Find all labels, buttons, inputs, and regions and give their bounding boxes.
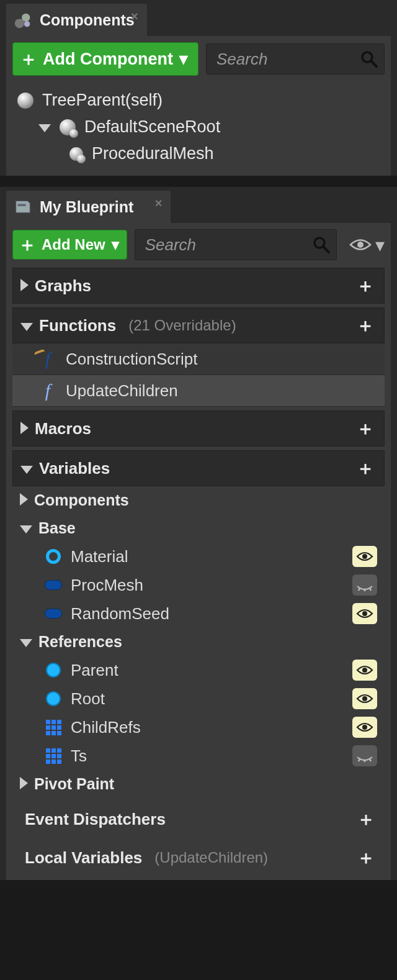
variable-material-label: Material	[71, 547, 128, 566]
variable-type-icon	[45, 605, 62, 622]
variable-root-label: Root	[71, 689, 105, 709]
tree-sceneroot-label: DefaultSceneRoot	[84, 117, 220, 137]
blueprint-search-input[interactable]: Search	[135, 229, 337, 260]
var-group-base[interactable]: Base	[12, 514, 385, 542]
function-cs-label: ConstructionScript	[66, 350, 197, 369]
components-tree: TreeParent(self) DefaultSceneRoot Proced…	[12, 87, 385, 167]
expand-icon[interactable]	[38, 117, 51, 137]
svg-point-9	[362, 554, 367, 559]
svg-point-1	[22, 14, 30, 22]
var-group-references-label: References	[38, 633, 122, 651]
function-construction-script[interactable]: f ConstructionScript	[12, 343, 385, 375]
var-group-components[interactable]: Components	[12, 486, 385, 514]
var-group-pivotpaint-label: Pivot Paint	[34, 775, 114, 793]
function-update-children[interactable]: f UpdateChildren	[12, 375, 385, 407]
visibility-toggle[interactable]	[352, 603, 377, 624]
components-search-input[interactable]: Search	[206, 43, 385, 75]
visibility-toggle[interactable]	[352, 546, 377, 567]
section-local-variables[interactable]: Local Variables (UpdateChildren) ＋	[12, 840, 385, 875]
variable-procmesh[interactable]: ProcMesh	[12, 571, 385, 599]
variable-parent[interactable]: Parent	[12, 656, 385, 684]
my-blueprint-tab[interactable]: My Blueprint ×	[6, 191, 171, 223]
add-function-button[interactable]: ＋	[354, 314, 377, 337]
svg-line-10	[359, 588, 360, 591]
variable-childrefs[interactable]: ChildRefs	[12, 713, 385, 742]
close-icon[interactable]: ×	[155, 196, 163, 211]
svg-line-7	[324, 247, 329, 252]
chevron-down-icon: ▾	[179, 49, 188, 69]
variable-type-icon	[45, 548, 62, 565]
variable-root[interactable]: Root	[12, 684, 385, 713]
view-options-button[interactable]: ▾	[349, 234, 385, 256]
variable-childrefs-label: ChildRefs	[71, 718, 141, 737]
variable-type-icon	[45, 661, 62, 679]
visibility-toggle[interactable]	[352, 660, 377, 681]
tree-self-label: TreeParent(self)	[42, 91, 163, 110]
section-event-dispatchers[interactable]: Event Dispatchers ＋	[12, 802, 385, 837]
variable-procmesh-label: ProcMesh	[71, 576, 143, 595]
tree-row-sceneroot[interactable]: DefaultSceneRoot	[17, 114, 385, 140]
section-graphs-label: Graphs	[35, 276, 91, 296]
section-macros[interactable]: Macros ＋	[12, 411, 385, 447]
add-macro-button[interactable]: ＋	[354, 417, 377, 440]
visibility-toggle[interactable]	[352, 688, 377, 709]
tree-row-self[interactable]: TreeParent(self)	[17, 87, 385, 114]
expand-icon[interactable]	[20, 419, 29, 438]
collapse-icon[interactable]	[20, 459, 33, 478]
add-graph-button[interactable]: ＋	[354, 274, 377, 297]
svg-point-8	[357, 242, 364, 248]
expand-icon[interactable]	[20, 775, 28, 793]
var-group-references[interactable]: References	[12, 628, 385, 656]
components-tab[interactable]: Components ×	[6, 4, 147, 36]
eye-icon	[349, 237, 372, 253]
visibility-toggle[interactable]	[352, 574, 377, 596]
svg-point-13	[362, 611, 367, 616]
collapse-icon[interactable]	[20, 633, 32, 651]
var-group-pivotpaint[interactable]: Pivot Paint	[12, 770, 385, 798]
variable-randomseed[interactable]: RandomSeed	[12, 599, 385, 628]
array-type-icon	[45, 719, 62, 736]
variable-type-icon	[45, 690, 62, 707]
variable-type-icon	[45, 576, 62, 594]
variable-ts-label: Ts	[71, 746, 87, 766]
variable-parent-label: Parent	[71, 661, 118, 680]
expand-icon[interactable]	[20, 491, 28, 509]
add-new-button[interactable]: ＋ Add New ▾	[12, 230, 127, 260]
svg-line-12	[370, 588, 371, 591]
svg-line-19	[370, 759, 371, 761]
svg-line-4	[372, 61, 377, 66]
tree-row-procmesh[interactable]: ProceduralMesh	[17, 140, 385, 167]
visibility-toggle[interactable]	[352, 745, 377, 766]
variable-ts[interactable]: Ts	[12, 742, 385, 770]
search-icon	[313, 236, 330, 253]
var-group-base-label: Base	[38, 519, 76, 537]
close-icon[interactable]: ×	[131, 9, 138, 24]
svg-rect-5	[18, 204, 26, 206]
add-component-label: Add Component	[43, 50, 173, 69]
function-icon: f	[38, 380, 57, 401]
search-icon	[360, 50, 378, 68]
chevron-down-icon: ▾	[375, 234, 385, 256]
local-variables-hint: (UpdateChildren)	[154, 849, 268, 866]
add-variable-button[interactable]: ＋	[354, 457, 377, 479]
section-graphs[interactable]: Graphs ＋	[12, 268, 385, 304]
add-local-variable-button[interactable]: ＋	[355, 846, 377, 869]
section-variables[interactable]: Variables ＋	[12, 450, 385, 486]
svg-point-2	[24, 21, 30, 27]
svg-point-14	[362, 668, 367, 673]
components-panel: Components × ＋ Add Component ▾ Search	[0, 0, 397, 176]
svg-point-15	[362, 696, 367, 701]
scene-component-icon	[69, 147, 83, 161]
variable-material[interactable]: Material	[12, 542, 385, 571]
chevron-down-icon: ▾	[112, 236, 119, 253]
section-event-dispatchers-label: Event Dispatchers	[25, 810, 166, 829]
collapse-icon[interactable]	[20, 519, 32, 537]
components-tab-bar: Components ×	[6, 4, 391, 36]
blueprint-tab-icon	[14, 197, 32, 216]
expand-icon[interactable]	[20, 276, 29, 296]
add-component-button[interactable]: ＋ Add Component ▾	[12, 42, 198, 76]
collapse-icon[interactable]	[20, 316, 33, 335]
section-functions[interactable]: Functions (21 Overridable) ＋	[12, 307, 385, 343]
visibility-toggle[interactable]	[352, 717, 377, 738]
add-event-dispatcher-button[interactable]: ＋	[355, 808, 377, 830]
